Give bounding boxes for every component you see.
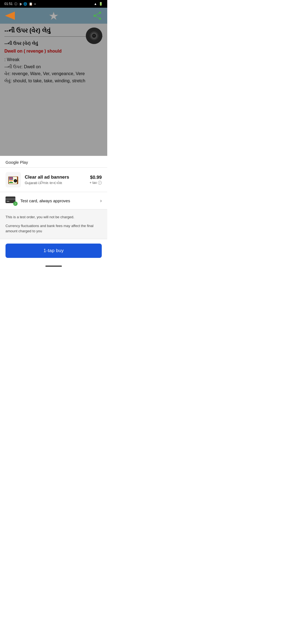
app-icon-svg	[6, 173, 20, 187]
speaker-icon[interactable]	[85, 27, 103, 45]
svg-rect-26	[9, 182, 13, 183]
dict-def4-value: should, to take, take, winding, stretch	[12, 78, 85, 83]
dictionary-content: --ની ઉપર (વેર) લેવું --ની ઉપર (વેર) લેવુ…	[0, 24, 107, 156]
status-left: 01:51 ⓘ ◑ 🌐 📋 ●	[4, 2, 36, 6]
dict-def4-label: લેવું:	[4, 78, 12, 83]
globe-icon: 🌐	[23, 2, 27, 6]
svg-rect-25	[9, 181, 13, 182]
back-arrow-icon	[5, 12, 15, 20]
check-badge: ✓	[13, 201, 18, 206]
product-subtitle: Gujarati ઇંગ્લિશ શબ્દકોશ	[25, 181, 86, 185]
google-play-title: Google Play	[6, 160, 28, 165]
price-main: $0.99	[90, 175, 102, 180]
svg-point-30	[15, 181, 16, 181]
home-bar	[45, 266, 62, 267]
disclaimer-line2: Currency fluctuations and bank fees may …	[6, 223, 102, 234]
status-right: ▲ 🔋	[94, 2, 103, 6]
disclaimer-section: This is a test order, you will not be ch…	[0, 209, 107, 239]
disclaimer-line1: This is a test order, you will not be ch…	[6, 214, 102, 220]
back-button[interactable]	[4, 10, 15, 21]
clipboard-icon: 📋	[29, 2, 33, 6]
dict-def3-label: વેર:	[4, 71, 10, 76]
share-button[interactable]	[92, 10, 103, 21]
svg-rect-32	[6, 198, 15, 200]
status-time: 01:51	[4, 2, 13, 6]
svg-marker-0	[5, 12, 15, 20]
tax-label: + tax	[90, 181, 97, 185]
share-icon	[93, 12, 102, 20]
product-icon	[6, 172, 21, 187]
chevron-right-icon: ›	[100, 198, 102, 204]
one-tap-buy-button[interactable]: 1-tap buy	[6, 244, 102, 258]
contrast-icon: ◑	[19, 2, 22, 6]
dict-def3: વેર: revenge, Ware, Ver, vengeance, Vere	[4, 70, 103, 77]
svg-line-6	[95, 16, 100, 19]
payment-label: Test card, always approves	[20, 198, 96, 203]
product-name: Clear all ad banners	[25, 174, 86, 180]
dict-english-meaning: Dwell on ( revenge ) should	[4, 48, 103, 55]
payment-row[interactable]: ✓ Test card, always approves ›	[0, 192, 107, 209]
svg-line-5	[95, 13, 100, 16]
product-price: $0.99 + tax i	[90, 175, 102, 185]
product-row: Clear all ad banners Gujarati ઇંગ્લિશ શબ…	[0, 168, 107, 192]
status-bar: 01:51 ⓘ ◑ 🌐 📋 ● ▲ 🔋	[0, 0, 107, 8]
home-indicator	[0, 263, 107, 268]
dict-entry: --ની ઉપર (વેર) લેવું Dwell on ( revenge …	[4, 40, 103, 84]
dict-def2: --ની ઉપર: Dwell on	[4, 63, 103, 70]
payment-icon-wrapper: ✓	[6, 196, 16, 205]
product-info: Clear all ad banners Gujarati ઇંગ્લિશ શબ…	[25, 174, 86, 185]
dict-def2-value: Dwell on	[23, 64, 41, 69]
info-icon: ⓘ	[14, 2, 17, 6]
tax-info-icon: i	[98, 181, 102, 185]
svg-point-10	[94, 35, 95, 36]
dict-def2-label: --ની ઉપર:	[4, 64, 23, 69]
battery-icon: 🔋	[99, 2, 103, 6]
star-icon	[49, 11, 58, 20]
favorite-button[interactable]	[48, 10, 59, 21]
svg-rect-33	[7, 201, 9, 202]
wifi-icon: ▲	[94, 2, 97, 6]
dict-def4: લેવું: should, to take, take, winding, s…	[4, 77, 103, 84]
buy-button-container: 1-tap buy	[0, 239, 107, 263]
dict-def3-value: revenge, Ware, Ver, vengeance, Vere	[10, 71, 85, 76]
app-toolbar	[0, 8, 107, 24]
google-play-sheet: Google Play	[0, 156, 107, 268]
price-tax: + tax i	[90, 181, 102, 185]
dot-icon: ●	[34, 3, 36, 5]
dict-def1: : Wreak	[4, 56, 103, 63]
svg-marker-1	[49, 12, 58, 20]
google-play-header: Google Play	[0, 156, 107, 168]
